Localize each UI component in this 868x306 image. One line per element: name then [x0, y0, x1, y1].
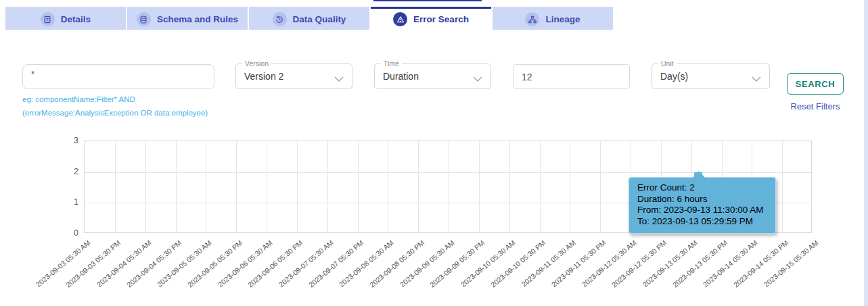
- y-axis-label: 1: [61, 197, 78, 207]
- query-helper-line2: (errorMessage:AnalysisException OR data:…: [22, 109, 208, 117]
- gridline-vertical: [479, 141, 480, 232]
- x-axis-label: 2023-09-06 05:30 AM: [216, 238, 274, 288]
- gridline-vertical: [600, 141, 601, 232]
- gridline-vertical: [782, 141, 783, 232]
- x-axis-label: 2023-09-10 05:30 PM: [489, 238, 547, 288]
- chart-tooltip: Error Count: 2 Duration: 6 hours From: 2…: [629, 177, 776, 234]
- tab-label: Schema and Rules: [157, 14, 238, 24]
- gridline-vertical: [297, 141, 298, 232]
- active-tab-top-accent: [373, 0, 482, 1]
- gridline-vertical: [388, 141, 388, 232]
- x-axis-label: 2023-09-11 05:30 PM: [550, 238, 608, 288]
- tooltip-duration: Duration: 6 hours: [637, 194, 767, 205]
- x-axis-label: 2023-09-04 05:30 PM: [125, 238, 183, 288]
- scrollbar-track[interactable]: [864, 0, 868, 306]
- x-axis-label: 2023-09-03 05:30 AM: [35, 238, 92, 288]
- duration-value-input[interactable]: [513, 64, 630, 89]
- chevron-down-icon: [752, 73, 761, 85]
- document-icon: [41, 12, 55, 26]
- unit-select-value: Day(s): [660, 64, 688, 88]
- x-axis-label: 2023-09-14 05:30 PM: [731, 238, 790, 288]
- tab-lineage[interactable]: Lineage: [493, 7, 613, 30]
- gridline-vertical: [418, 141, 419, 232]
- x-axis-label: 2023-09-09 05:30 PM: [428, 238, 486, 288]
- x-axis-label: 2023-09-08 05:30 PM: [367, 238, 426, 288]
- x-axis-label: 2023-09-07 05:30 PM: [307, 238, 365, 288]
- tab-label: Details: [61, 14, 91, 24]
- gridline-vertical: [236, 141, 237, 232]
- tab-details[interactable]: Details: [5, 7, 126, 30]
- tab-schema-and-rules[interactable]: Schema and Rules: [127, 7, 248, 30]
- tab-bar: Details Schema and Rules Data Quality: [5, 7, 613, 30]
- gridline-vertical: [176, 141, 177, 232]
- unit-select[interactable]: Unit Day(s): [652, 63, 770, 89]
- tooltip-to: To: 2023-09-13 05:29:59 PM: [637, 216, 767, 228]
- version-select-value: Version 2: [244, 64, 283, 88]
- x-axis-label: 2023-09-09 05:30 AM: [398, 238, 456, 288]
- x-axis-label: 2023-09-06 05:30 PM: [246, 238, 304, 288]
- chevron-down-icon: [473, 73, 482, 85]
- gridline-vertical: [327, 141, 328, 232]
- lineage-icon: [525, 12, 539, 26]
- x-axis-label: 2023-09-10 05:30 AM: [459, 238, 516, 288]
- tab-label: Error Search: [413, 14, 469, 24]
- time-select[interactable]: Time Duration: [374, 63, 491, 89]
- x-axis-label: 2023-09-03 05:30 PM: [64, 238, 122, 288]
- tooltip-caret-icon: [693, 171, 705, 178]
- x-axis-label: 2023-09-14 05:30 AM: [702, 238, 759, 288]
- tab-data-quality[interactable]: Data Quality: [249, 7, 369, 30]
- chevron-down-icon: [334, 73, 344, 85]
- query-helper-line1: eg: componentName:Filter* AND: [22, 95, 135, 103]
- tab-error-search[interactable]: Error Search: [371, 7, 491, 30]
- x-axis-label: 2023-09-13 05:30 PM: [671, 238, 729, 288]
- gridline-vertical: [145, 141, 146, 232]
- gridline-vertical: [449, 141, 449, 232]
- search-button[interactable]: SEARCH: [787, 73, 844, 95]
- x-axis-label: 2023-09-15 05:30 AM: [762, 238, 820, 288]
- history-icon: [273, 12, 287, 26]
- search-query-input[interactable]: *: [22, 64, 214, 89]
- gridline-vertical: [540, 141, 541, 232]
- gridline-vertical: [509, 141, 510, 232]
- gridline-vertical: [267, 141, 267, 232]
- x-axis-label: 2023-09-05 05:30 PM: [185, 238, 244, 288]
- x-axis-label: 2023-09-04 05:30 AM: [95, 238, 152, 288]
- tooltip-from: From: 2023-09-13 11:30:00 AM: [637, 205, 767, 216]
- gridline-vertical: [206, 141, 206, 232]
- x-axis-label: 2023-09-12 05:30 AM: [580, 238, 638, 288]
- gridline-vertical: [115, 141, 116, 232]
- x-axis-label: 2023-09-11 05:30 AM: [520, 238, 577, 288]
- tooltip-error-count: Error Count: 2: [637, 182, 767, 194]
- tab-label: Lineage: [545, 14, 580, 24]
- alert-triangle-icon: [393, 12, 407, 26]
- reset-filters-link[interactable]: Reset Filters: [787, 101, 844, 111]
- time-select-value: Duration: [383, 64, 419, 88]
- x-axis-label: 2023-09-13 05:30 AM: [641, 238, 698, 288]
- version-select[interactable]: Version Version 2: [235, 63, 352, 89]
- x-axis-label: 2023-09-12 05:30 PM: [610, 238, 668, 288]
- tab-label: Data Quality: [293, 14, 346, 24]
- y-axis-label: 0: [61, 228, 78, 238]
- x-axis-label: 2023-09-08 05:30 AM: [338, 238, 395, 288]
- gridline-vertical: [358, 141, 359, 232]
- database-icon: [137, 12, 151, 26]
- y-axis-label: 3: [61, 136, 78, 145]
- gridline-vertical: [570, 141, 570, 232]
- x-axis-label: 2023-09-07 05:30 AM: [277, 238, 334, 288]
- error-search-page: Details Schema and Rules Data Quality: [0, 0, 868, 306]
- y-axis-label: 2: [61, 167, 78, 176]
- x-axis-label: 2023-09-05 05:30 AM: [156, 238, 213, 288]
